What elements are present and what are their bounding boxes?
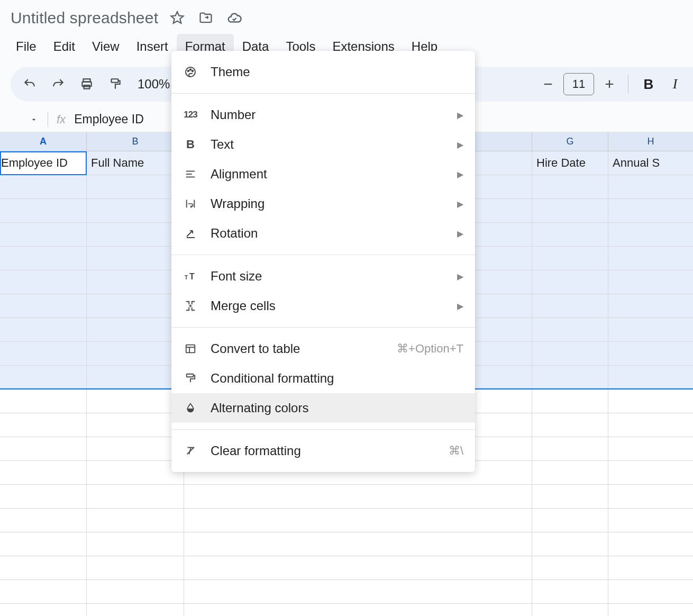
col-header-b[interactable]: B [87, 132, 184, 151]
cell[interactable] [0, 485, 87, 509]
undo-button[interactable] [19, 74, 40, 95]
cell[interactable] [0, 461, 87, 485]
cell[interactable] [0, 580, 87, 604]
menu-alternating-colors[interactable]: Alternating colors [171, 393, 475, 423]
cell[interactable] [0, 342, 87, 366]
cell[interactable] [87, 247, 184, 270]
print-button[interactable] [76, 74, 97, 95]
doc-title[interactable]: Untitled spreadsheet [11, 9, 158, 27]
bold-button[interactable]: B [639, 76, 658, 93]
cell[interactable] [532, 389, 608, 413]
paint-format-button[interactable] [105, 74, 126, 95]
cell[interactable] [608, 389, 693, 413]
move-folder-icon[interactable] [196, 8, 215, 28]
zoom-level[interactable]: 100% [133, 77, 174, 92]
cell[interactable] [184, 509, 532, 532]
name-box-dropdown[interactable] [0, 115, 48, 124]
cell[interactable] [87, 175, 184, 199]
cloud-status-icon[interactable] [225, 8, 244, 28]
cell[interactable] [608, 604, 693, 616]
cell[interactable] [87, 413, 184, 437]
cell[interactable] [0, 294, 87, 318]
cell[interactable] [532, 366, 608, 388]
cell[interactable] [0, 366, 87, 388]
cell[interactable] [608, 366, 693, 388]
menu-text[interactable]: B Text ▶ [171, 130, 475, 159]
cell[interactable] [608, 485, 693, 509]
cell[interactable] [608, 509, 693, 532]
cell[interactable] [87, 604, 184, 616]
cell[interactable] [608, 175, 693, 199]
menu-alignment[interactable]: Alignment ▶ [171, 159, 475, 189]
cell[interactable] [0, 389, 87, 413]
cell[interactable] [184, 604, 532, 616]
font-size-input[interactable]: 11 [563, 73, 594, 95]
menu-rotation[interactable]: Rotation ▶ [171, 219, 475, 248]
font-size-decrease[interactable]: − [540, 75, 556, 93]
cell[interactable] [184, 556, 532, 580]
menu-convert-table[interactable]: Convert to table ⌘+Option+T [171, 334, 475, 364]
cell[interactable] [608, 318, 693, 342]
cell[interactable] [532, 532, 608, 556]
cell[interactable] [0, 199, 87, 223]
menu-font-size[interactable]: TT Font size ▶ [171, 261, 475, 291]
cell[interactable] [532, 580, 608, 604]
cell-h1[interactable]: Annual S [608, 151, 693, 175]
cell[interactable] [608, 580, 693, 604]
cell[interactable] [87, 199, 184, 223]
menu-view[interactable]: View [84, 34, 128, 59]
cell[interactable] [532, 199, 608, 223]
cell[interactable] [87, 485, 184, 509]
cell[interactable] [0, 413, 87, 437]
cell[interactable] [532, 485, 608, 509]
cell[interactable] [532, 556, 608, 580]
cell[interactable] [0, 223, 87, 247]
cell[interactable] [532, 270, 608, 294]
cell[interactable] [608, 247, 693, 270]
menu-conditional-formatting[interactable]: Conditional formatting [171, 364, 475, 393]
cell[interactable] [87, 532, 184, 556]
cell-g1[interactable]: Hire Date [532, 151, 608, 175]
cell[interactable] [0, 604, 87, 616]
cell[interactable] [532, 294, 608, 318]
menu-theme[interactable]: Theme [171, 57, 475, 87]
cell[interactable] [608, 199, 693, 223]
cell[interactable] [532, 509, 608, 532]
cell[interactable] [608, 342, 693, 366]
cell[interactable] [532, 318, 608, 342]
cell[interactable] [87, 366, 184, 388]
cell[interactable] [532, 223, 608, 247]
font-size-increase[interactable]: + [601, 75, 617, 93]
cell[interactable] [608, 223, 693, 247]
cell[interactable] [0, 509, 87, 532]
cell[interactable] [184, 580, 532, 604]
cell[interactable] [532, 247, 608, 270]
cell[interactable] [87, 342, 184, 366]
star-icon[interactable] [168, 8, 187, 28]
menu-clear-formatting[interactable]: Clear formatting ⌘\ [171, 436, 475, 466]
menu-wrapping[interactable]: Wrapping ▶ [171, 189, 475, 219]
cell[interactable] [532, 437, 608, 461]
redo-button[interactable] [48, 74, 69, 95]
cell[interactable] [0, 247, 87, 270]
cell[interactable] [184, 532, 532, 556]
cell[interactable] [87, 556, 184, 580]
formula-input[interactable]: Employee ID [74, 112, 144, 126]
menu-file[interactable]: File [7, 34, 45, 59]
cell[interactable] [0, 318, 87, 342]
cell[interactable] [184, 485, 532, 509]
cell[interactable] [608, 437, 693, 461]
col-header-h[interactable]: H [608, 132, 693, 151]
cell[interactable] [532, 413, 608, 437]
cell[interactable] [87, 437, 184, 461]
cell[interactable] [87, 580, 184, 604]
cell[interactable] [0, 437, 87, 461]
cell[interactable] [87, 318, 184, 342]
col-header-g[interactable]: G [532, 132, 608, 151]
cell[interactable] [87, 294, 184, 318]
cell[interactable] [608, 270, 693, 294]
cell[interactable] [532, 461, 608, 485]
cell[interactable] [0, 532, 87, 556]
menu-merge-cells[interactable]: Merge cells ▶ [171, 291, 475, 321]
cell[interactable] [608, 461, 693, 485]
